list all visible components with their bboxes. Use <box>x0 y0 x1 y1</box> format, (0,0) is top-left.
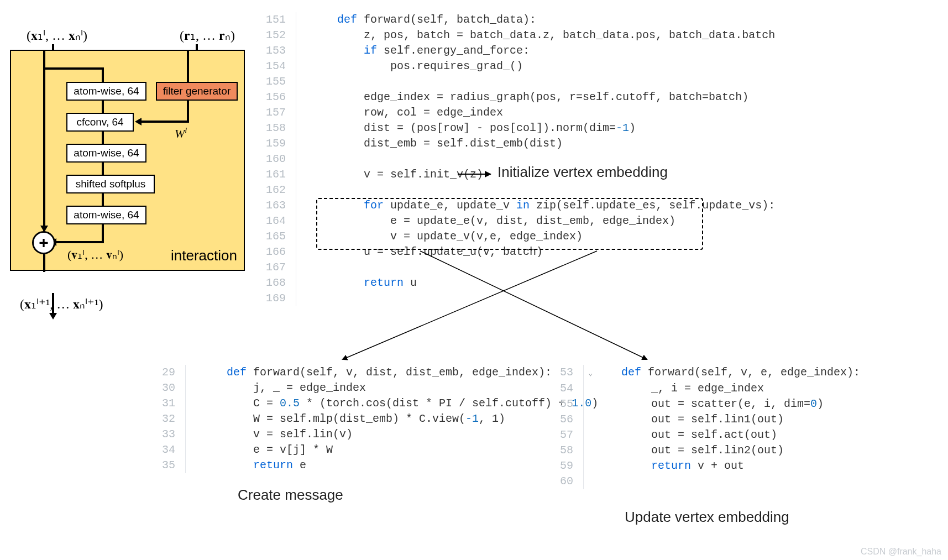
input-r-label: (𝐫₁, … 𝐫ₙ) <box>180 28 235 43</box>
code-line: 34 e = v[j] * W <box>155 442 598 458</box>
code-line: 56 out = self.lin1(out) <box>553 412 860 427</box>
code-line: 157 row, col = edge_index <box>265 105 818 121</box>
annotation-update-vertex: Update vertex embedding <box>625 509 789 526</box>
code-line: 154 pos.requires_grad_() <box>265 59 818 74</box>
code-line: 155 <box>265 74 818 90</box>
interaction-box: atom-wise, 64 filter generator Wl cfconv… <box>10 50 245 271</box>
w-label: Wl <box>175 126 187 141</box>
annotation-init-vertex: Initialize vertex embedding <box>497 164 668 181</box>
code-line: 59 return v + out <box>553 458 860 474</box>
code-line: 58 out = self.lin2(out) <box>553 443 860 458</box>
code-line: 32 W = self.mlp(dist_emb) * C.view(-1, 1… <box>155 411 598 427</box>
code-line: 53⌄ def forward(self, v, e, edge_index): <box>553 365 860 381</box>
code-line: 31 C = 0.5 * (torch.cos(dist * PI / self… <box>155 396 598 411</box>
code-create-message: 29 def forward(self, v, dist, dist_emb, … <box>155 365 598 473</box>
add-node: + <box>32 231 55 254</box>
code-line: 168 return u <box>265 275 818 291</box>
input-x-label: (𝐱₁ˡ, … 𝐱ₙˡ) <box>27 28 87 43</box>
code-line: 33 v = self.lin(v) <box>155 427 598 442</box>
code-line: 57 out = self.act(out) <box>553 427 860 443</box>
code-line: 159 dist_emb = self.dist_emb(dist) <box>265 136 818 151</box>
update-loop-highlight <box>316 198 703 250</box>
annotation-create-message: Create message <box>238 486 343 504</box>
code-line: 60 <box>553 474 860 489</box>
atom-wise-3-block: atom-wise, 64 <box>66 206 146 224</box>
code-line: 169 <box>265 291 818 306</box>
filter-generator-block: filter generator <box>156 82 238 101</box>
code-line: 156 edge_index = radius_graph(pos, r=sel… <box>265 90 818 105</box>
code-line: 152 z, pos, batch = batch_data.z, batch_… <box>265 28 818 43</box>
interaction-block-diagram: (𝐱₁ˡ, … 𝐱ₙˡ) (𝐫₁, … 𝐫ₙ) atom-wise, 64 fi… <box>10 28 245 312</box>
code-main-forward: 151 def forward(self, batch_data):152 z,… <box>265 12 818 306</box>
code-line: 153 if self.energy_and_force: <box>265 43 818 59</box>
code-line: 54 _, i = edge_index <box>553 381 860 396</box>
code-line: 35 return e <box>155 458 598 473</box>
code-line: 158 dist = (pos[row] - pos[col]).norm(di… <box>265 121 818 136</box>
code-update-vertex: 53⌄ def forward(self, v, e, edge_index):… <box>553 365 860 489</box>
watermark: CSDN @frank_haha <box>861 547 941 557</box>
cfconv-block: cfconv, 64 <box>66 113 134 132</box>
code-line: 29 def forward(self, v, dist, dist_emb, … <box>155 365 598 380</box>
code-line: 167 <box>265 260 818 275</box>
v-output-label: (𝐯₁ˡ, … 𝐯ₙˡ) <box>67 248 123 262</box>
code-line: 30 j, _ = edge_index <box>155 380 598 396</box>
shifted-softplus-block: shifted softplus <box>66 175 155 193</box>
code-line: 55 out = scatter(e, i, dim=0) <box>553 396 860 412</box>
interaction-label: interaction <box>171 247 237 264</box>
atom-wise-1-block: atom-wise, 64 <box>66 82 146 101</box>
code-line: 151 def forward(self, batch_data): <box>265 12 818 28</box>
code-line: 162 <box>265 182 818 198</box>
arrow-init-vertex <box>458 174 491 175</box>
atom-wise-2-block: atom-wise, 64 <box>66 144 146 163</box>
